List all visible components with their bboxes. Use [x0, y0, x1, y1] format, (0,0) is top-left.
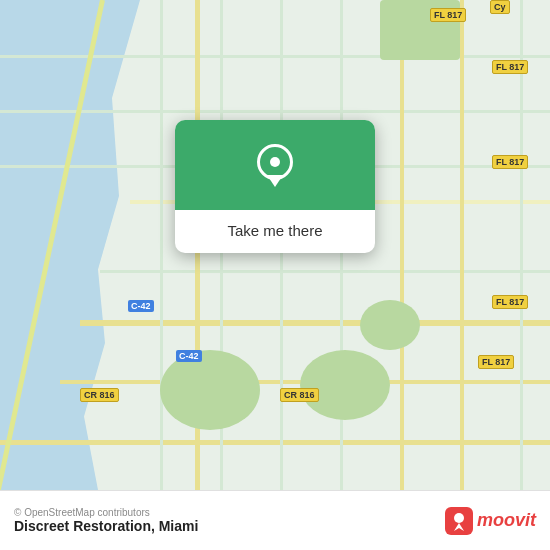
- green-area: [160, 350, 260, 430]
- popup-button-area: Take me there: [175, 210, 375, 253]
- road-label-cy: Cy: [490, 0, 510, 14]
- road-label-c42: C-42: [128, 300, 154, 312]
- moovit-icon: [445, 507, 473, 535]
- moovit-logo[interactable]: moovit: [445, 507, 536, 535]
- moovit-text: moovit: [477, 510, 536, 531]
- take-me-there-button[interactable]: Take me there: [191, 220, 359, 241]
- svg-point-1: [454, 513, 464, 523]
- pin-dot: [270, 157, 280, 167]
- road-label-c42: C-42: [176, 350, 202, 362]
- road-label-fl817: FL 817: [478, 355, 514, 369]
- bottom-bar: © OpenStreetMap contributors Discreet Re…: [0, 490, 550, 550]
- map-container: FL 817 FL 817 FL 817 FL 817 FL 817 CR 81…: [0, 0, 550, 490]
- road: [160, 0, 163, 490]
- popup-map-area: [175, 120, 375, 210]
- map-attribution: © OpenStreetMap contributors: [14, 507, 198, 518]
- road-label-fl817: FL 817: [430, 8, 466, 22]
- location-popup: Take me there: [175, 120, 375, 253]
- road-label-fl817: FL 817: [492, 155, 528, 169]
- road: [460, 0, 464, 490]
- road-label-fl817: FL 817: [492, 295, 528, 309]
- road: [0, 55, 550, 58]
- green-area: [360, 300, 420, 350]
- road-label-cr816: CR 816: [80, 388, 119, 402]
- pin-circle: [257, 144, 293, 180]
- road: [80, 320, 550, 326]
- road: [0, 440, 550, 445]
- green-area: [300, 350, 390, 420]
- road-label-fl817: FL 817: [492, 60, 528, 74]
- location-name: Discreet Restoration, Miami: [14, 518, 198, 534]
- road: [0, 110, 550, 113]
- location-pin: [257, 144, 293, 186]
- road: [400, 0, 404, 490]
- road: [100, 270, 550, 273]
- location-info: © OpenStreetMap contributors Discreet Re…: [14, 507, 198, 534]
- road-label-cr816: CR 816: [280, 388, 319, 402]
